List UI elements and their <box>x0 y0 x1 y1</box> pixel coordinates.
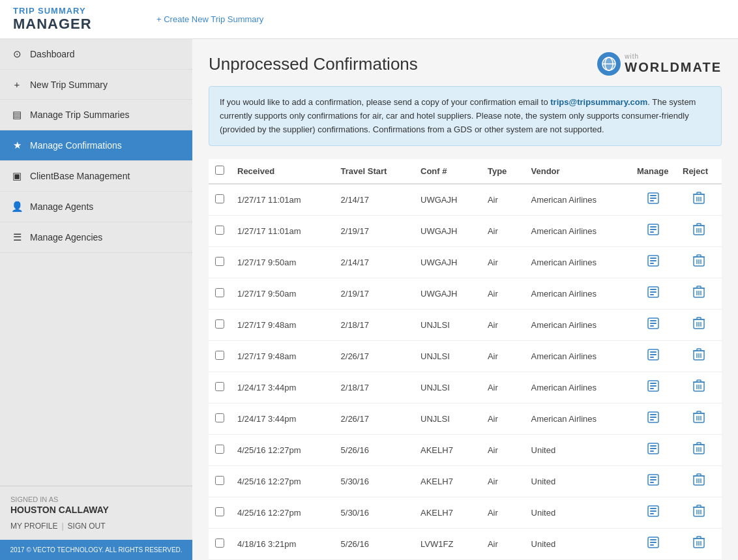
select-all-checkbox[interactable] <box>215 166 224 175</box>
sidebar-nav: ⊙Dashboard+New Trip Summary▤Manage Trip … <box>0 39 192 486</box>
reject-button-10[interactable] <box>690 503 707 522</box>
info-email-link[interactable]: trips@tripsummary.com <box>550 97 647 107</box>
row-checkbox-1[interactable] <box>215 226 224 235</box>
manage-icon <box>647 286 660 299</box>
row-reject-cell <box>676 247 722 278</box>
row-checkbox-3[interactable] <box>215 288 224 297</box>
reject-button-4[interactable] <box>690 316 707 334</box>
table-header: Received Travel Start Conf # Type Vendor… <box>209 159 722 184</box>
manage-button-3[interactable] <box>644 284 662 303</box>
logo-trip: TRIP SUMMARY <box>13 6 143 16</box>
manage-icon <box>647 442 660 455</box>
trash-icon <box>693 442 705 455</box>
create-trip-link[interactable]: + Create New Trip Summary <box>156 14 263 24</box>
manage-button-4[interactable] <box>644 316 662 334</box>
svg-rect-126 <box>650 510 657 512</box>
sidebar: ⊙Dashboard+New Trip Summary▤Manage Trip … <box>0 39 192 560</box>
reject-button-8[interactable] <box>690 441 707 460</box>
manage-button-0[interactable] <box>644 190 662 209</box>
row-checkbox-cell <box>209 435 231 466</box>
manage-button-8[interactable] <box>644 441 662 460</box>
row-checkbox-6[interactable] <box>215 382 224 391</box>
row-checkbox-11[interactable] <box>215 538 224 548</box>
manage-button-11[interactable] <box>644 535 662 553</box>
row-reject-cell <box>676 184 722 216</box>
sidebar-item-manage-agents[interactable]: 👤Manage Agents <box>0 192 192 222</box>
row-conf: UNJLSI <box>414 310 481 341</box>
sidebar-item-manage-trip-summaries[interactable]: ▤Manage Trip Summaries <box>0 100 192 130</box>
row-reject-cell <box>676 310 722 341</box>
sidebar-item-clientbase-management[interactable]: ▣ClientBase Management <box>0 161 192 192</box>
svg-rect-30 <box>650 260 657 261</box>
sidebar-item-manage-agencies[interactable]: ☰Manage Agencies <box>0 222 192 253</box>
reject-button-7[interactable] <box>690 409 707 428</box>
row-received: 4/18/16 3:21pm <box>231 529 334 560</box>
row-checkbox-4[interactable] <box>215 319 224 329</box>
col-checkbox <box>209 159 231 184</box>
table-row: 1/27/17 9:50am 2/14/17 UWGAJH Air Americ… <box>209 247 722 278</box>
row-conf: UWGAJH <box>414 184 481 216</box>
row-checkbox-0[interactable] <box>215 194 224 203</box>
row-checkbox-2[interactable] <box>215 257 224 266</box>
nav-label-manage-agents: Manage Agents <box>30 201 93 212</box>
row-checkbox-5[interactable] <box>215 351 224 360</box>
trash-icon <box>693 223 705 236</box>
worldmate-svg <box>602 57 616 71</box>
reject-button-2[interactable] <box>690 253 707 272</box>
row-type: Air <box>481 341 525 372</box>
row-type: Air <box>481 184 525 216</box>
manage-button-9[interactable] <box>644 472 662 491</box>
row-received: 1/27/17 11:01am <box>231 184 334 216</box>
row-checkbox-8[interactable] <box>215 445 224 454</box>
manage-button-1[interactable] <box>644 222 662 241</box>
svg-rect-31 <box>650 263 654 264</box>
svg-rect-102 <box>650 448 657 449</box>
svg-rect-78 <box>650 385 657 387</box>
manage-button-5[interactable] <box>644 347 662 366</box>
reject-button-3[interactable] <box>690 284 707 303</box>
sidebar-item-manage-confirmations[interactable]: ★Manage Confirmations <box>0 130 192 161</box>
reject-button-9[interactable] <box>690 472 707 491</box>
svg-rect-65 <box>650 351 657 353</box>
manage-button-2[interactable] <box>644 253 662 272</box>
row-type: Air <box>481 529 525 560</box>
sign-out-link[interactable]: SIGN OUT <box>68 522 106 531</box>
row-manage-cell <box>630 216 676 247</box>
sidebar-item-dashboard[interactable]: ⊙Dashboard <box>0 39 192 70</box>
manage-button-7[interactable] <box>644 409 662 428</box>
row-checkbox-10[interactable] <box>215 507 224 516</box>
nav-label-clientbase-management: ClientBase Management <box>30 171 130 181</box>
svg-rect-127 <box>650 513 654 514</box>
svg-rect-91 <box>650 419 654 420</box>
reject-button-1[interactable] <box>690 222 707 241</box>
sidebar-item-new-trip-summary[interactable]: +New Trip Summary <box>0 70 192 100</box>
svg-rect-19 <box>650 231 654 233</box>
row-checkbox-9[interactable] <box>215 476 224 485</box>
svg-rect-79 <box>650 388 654 389</box>
row-type: Air <box>481 466 525 497</box>
my-profile-link[interactable]: MY PROFILE <box>10 522 57 531</box>
row-vendor: American Airlines <box>525 247 630 278</box>
row-manage-cell <box>630 341 676 372</box>
manage-button-6[interactable] <box>644 378 662 397</box>
reject-button-11[interactable] <box>690 535 707 553</box>
col-manage: Manage <box>630 159 676 184</box>
page-header: Unprocessed Confirmations with WORLDMATE <box>209 52 722 76</box>
row-manage-cell <box>630 372 676 404</box>
page-title: Unprocessed Confirmations <box>209 54 418 74</box>
row-manage-cell <box>630 466 676 497</box>
row-travel-start: 2/19/17 <box>334 216 414 247</box>
reject-button-0[interactable] <box>690 190 707 209</box>
row-checkbox-cell <box>209 278 231 310</box>
reject-button-6[interactable] <box>690 378 707 397</box>
info-box: If you would like to add a confirmation,… <box>209 86 722 146</box>
manage-button-10[interactable] <box>644 503 662 522</box>
nav-icon-manage-agencies: ☰ <box>10 231 23 243</box>
row-conf: AKELH7 <box>414 497 481 529</box>
svg-rect-41 <box>650 289 657 290</box>
row-checkbox-cell <box>209 310 231 341</box>
nav-icon-dashboard: ⊙ <box>10 48 23 60</box>
row-checkbox-7[interactable] <box>215 413 224 422</box>
reject-button-5[interactable] <box>690 347 707 366</box>
logo: TRIP SUMMARY MANAGER <box>13 6 143 33</box>
